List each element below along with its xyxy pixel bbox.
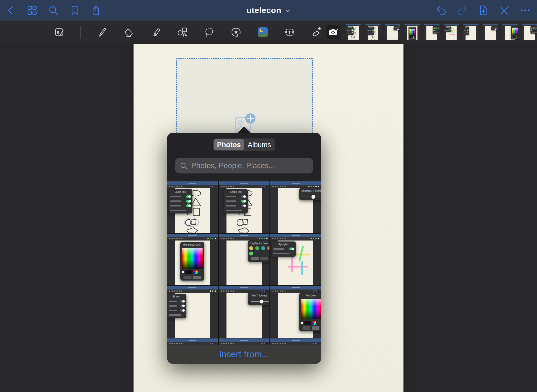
photo-thumbnail-partial[interactable] xyxy=(270,338,321,345)
pen-icon[interactable] xyxy=(96,27,108,38)
mini-nav-bar xyxy=(270,338,321,342)
highlighter-icon[interactable] xyxy=(150,27,161,38)
page-thumbnail[interactable]: Eraser xyxy=(463,24,479,40)
mini-panel: Pen Color xyxy=(511,26,518,39)
page-thumbnail[interactable]: Shape Tool xyxy=(365,24,381,40)
page-thumbnail[interactable]: Highlighter Color xyxy=(424,24,439,40)
mini-nav-bar xyxy=(219,338,270,342)
mini-toolbar xyxy=(270,289,321,293)
search-icon xyxy=(180,162,187,170)
share-icon[interactable] xyxy=(90,5,101,16)
photo-grid-partial-row xyxy=(167,338,321,345)
page-thumbnail[interactable]: Highlighter Thickness xyxy=(385,24,400,40)
mini-nav-bar xyxy=(167,338,218,342)
mini-nav-bar xyxy=(270,286,321,289)
text-icon[interactable] xyxy=(284,27,295,38)
tool-group: a xyxy=(54,21,322,44)
page-thumbnail[interactable]: Pen Color xyxy=(502,24,518,40)
photo-thumbnail-partial[interactable] xyxy=(219,338,270,345)
mini-panel: Highlighter xyxy=(444,27,451,32)
photo-grid: Lasso ToolShape ToolHighlighter Thicknes… xyxy=(167,181,321,338)
photo-thumbnail-partial[interactable] xyxy=(167,338,218,345)
page-grid-icon[interactable] xyxy=(27,5,38,16)
mini-nav-bar xyxy=(270,234,321,237)
mini-nav-bar xyxy=(167,286,218,289)
mini-toolbar xyxy=(270,342,321,345)
page-thumbnail[interactable]: Highlighter Color xyxy=(404,24,420,40)
mini-toolbar xyxy=(219,342,270,345)
undo-icon[interactable] xyxy=(436,5,447,16)
photo-thumbnail[interactable]: Lasso Tool xyxy=(167,181,218,233)
search-field[interactable] xyxy=(175,158,313,173)
mini-toolbar xyxy=(270,185,321,188)
mini-toolbar xyxy=(167,237,218,240)
mini-panel: Highlighter Thickness xyxy=(299,188,321,200)
photo-thumbnail[interactable]: Pen Color xyxy=(270,286,321,338)
mini-toolbar xyxy=(219,289,270,293)
document-title: utelecon xyxy=(247,6,281,15)
mini-panel: Highlighter Color xyxy=(530,26,537,34)
mini-panel: Lasso Tool xyxy=(169,189,192,213)
search-input[interactable] xyxy=(191,161,309,170)
writing-mode-icon[interactable]: a xyxy=(54,27,65,38)
bookmark-icon[interactable] xyxy=(69,5,80,16)
pencil-x-icon[interactable] xyxy=(499,5,510,16)
insert-from-button[interactable]: Insert from... xyxy=(167,345,321,364)
photo-thumbnail[interactable]: Highlighter Color xyxy=(219,234,270,285)
mini-panel: Pen Color xyxy=(299,293,321,331)
shapes-icon[interactable] xyxy=(177,27,188,38)
photo-thumbnail[interactable]: Shape Tool xyxy=(219,181,270,233)
photo-thumbnail[interactable]: Pen Thickness xyxy=(219,286,270,338)
page-thumbnail[interactable]: Highlighter xyxy=(444,24,459,40)
photo-thumbnail[interactable]: Highlighter Color xyxy=(167,234,218,285)
add-page-icon[interactable] xyxy=(478,5,489,16)
mini-nav-bar xyxy=(167,181,218,185)
tab-switcher: Photos Albums xyxy=(213,138,275,151)
mini-toolbar xyxy=(270,237,321,240)
page-thumbnail-strip: Lasso ToolShape ToolHighlighter Thicknes… xyxy=(346,24,537,40)
mini-panel: Eraser xyxy=(167,294,186,318)
photo-thumbnail[interactable]: Highlighter xyxy=(270,234,321,285)
toolbar-divider xyxy=(80,26,81,39)
image-icon[interactable] xyxy=(257,27,268,38)
lasso-icon[interactable] xyxy=(204,27,215,38)
tab-albums[interactable]: Albums xyxy=(244,139,275,150)
mini-panel: Highlighter Thickness xyxy=(394,26,400,30)
tab-photos[interactable]: Photos xyxy=(214,139,244,150)
mini-toolbar xyxy=(219,185,270,188)
mini-nav-bar xyxy=(270,181,321,185)
page-thumbnail[interactable]: Highlighter Color xyxy=(522,24,537,40)
mini-panel: Highlighter Color xyxy=(409,27,416,40)
mini-panel: Highlighter Color xyxy=(180,242,204,281)
mini-toolbar xyxy=(167,342,218,345)
mini-nav-bar xyxy=(219,234,270,237)
search-icon[interactable] xyxy=(48,5,59,16)
mini-panel: Highlighter xyxy=(272,241,296,257)
nav-left-group xyxy=(5,0,101,21)
redo-icon[interactable] xyxy=(457,5,468,16)
page-thumbnail[interactable]: Lasso Tool xyxy=(346,24,361,40)
stickers-icon[interactable] xyxy=(230,27,242,38)
navigation-bar: utelecon xyxy=(0,0,537,21)
photos-popover: Photos Albums Lasso ToolShape ToolHighli… xyxy=(167,133,321,364)
mini-panel: Lasso Tool xyxy=(346,27,353,35)
more-icon[interactable] xyxy=(520,5,531,16)
toolbar-divider xyxy=(320,26,320,39)
chevron-down-icon xyxy=(285,8,290,14)
app-window: utelecon a Lasso ToolShape ToolHighlight… xyxy=(0,0,537,392)
mini-nav-bar xyxy=(219,181,270,185)
photo-thumbnail[interactable]: Eraser xyxy=(167,286,218,338)
nav-right-group xyxy=(436,0,531,21)
eraser-icon[interactable] xyxy=(123,27,134,38)
mini-panel: Pen Thickness xyxy=(491,26,498,30)
back-icon[interactable] xyxy=(5,5,16,16)
page-thumbnail[interactable]: Pen Thickness xyxy=(483,24,498,40)
mini-panel: Eraser xyxy=(463,27,469,35)
tool-ribbon: a Lasso ToolShape ToolHighlighter Thickn… xyxy=(0,21,537,44)
document-title-button[interactable]: utelecon xyxy=(247,0,290,21)
mini-panel: Highlighter Color xyxy=(433,26,439,34)
photo-thumbnail[interactable]: Highlighter Thickness xyxy=(270,181,321,233)
mini-nav-bar xyxy=(167,234,218,237)
camera-button[interactable] xyxy=(326,25,340,39)
mini-panel: Pen Thickness xyxy=(248,293,270,305)
